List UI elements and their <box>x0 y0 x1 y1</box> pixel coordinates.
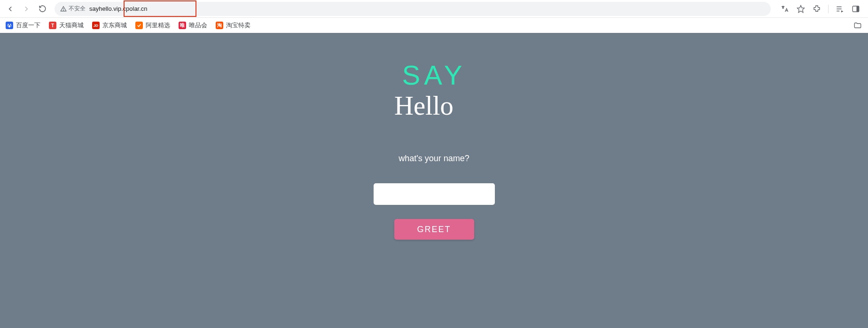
bookmark-tmall[interactable]: T 天猫商城 <box>49 22 84 30</box>
bookmark-vip[interactable]: 唯 唯品会 <box>179 22 207 30</box>
title-hello: Hello <box>394 89 474 125</box>
bookmark-label: 京东商城 <box>102 22 127 30</box>
greet-button[interactable]: GREET <box>394 219 474 240</box>
address-bar[interactable]: 不安全 sayhello.vip.cpolar.cn <box>55 2 771 16</box>
svg-point-12 <box>11 25 12 26</box>
name-prompt: what's your name? <box>399 154 469 164</box>
toolbar-separator <box>828 5 829 13</box>
security-label: 不安全 <box>69 5 86 13</box>
check-icon <box>135 22 143 29</box>
bookmark-taobao[interactable]: 淘 淘宝特卖 <box>216 22 250 30</box>
bookmark-ali[interactable]: 阿里精选 <box>135 22 170 30</box>
page-content: SAY Hello what's your name? GREET <box>0 33 868 328</box>
extensions-icon[interactable] <box>811 3 822 15</box>
svg-point-13 <box>8 25 10 28</box>
letter-tao-icon: 淘 <box>216 22 223 29</box>
svg-rect-8 <box>857 6 859 12</box>
letter-t-icon: T <box>49 22 56 29</box>
name-input[interactable] <box>374 183 495 205</box>
forward-button[interactable] <box>20 2 33 16</box>
svg-marker-6 <box>841 10 844 13</box>
toolbar-right <box>776 3 864 15</box>
back-button[interactable] <box>4 2 17 16</box>
svg-point-11 <box>8 25 8 26</box>
svg-point-10 <box>10 24 11 25</box>
playlist-icon[interactable] <box>834 3 845 15</box>
bookmark-label: 淘宝特卖 <box>226 22 250 30</box>
bookmark-label: 天猫商城 <box>59 22 84 30</box>
svg-point-1 <box>63 10 64 10</box>
bookmark-label: 阿里精选 <box>146 22 170 30</box>
reload-button[interactable] <box>36 2 49 16</box>
svg-point-9 <box>8 24 9 25</box>
letter-wei-icon: 唯 <box>179 22 186 29</box>
bookmark-jd[interactable]: JD 京东商城 <box>92 22 127 30</box>
letter-jd-icon: JD <box>92 22 100 29</box>
star-icon[interactable] <box>795 3 806 15</box>
sidepanel-icon[interactable] <box>850 3 861 15</box>
title-say: SAY <box>402 59 466 91</box>
bookmark-label: 百度一下 <box>16 22 40 30</box>
bookmark-label: 唯品会 <box>189 22 207 30</box>
paw-icon <box>6 22 13 29</box>
bookmarks-bar: 百度一下 T 天猫商城 JD 京东商城 阿里精选 唯 唯品会 淘 淘宝特卖 <box>0 18 868 33</box>
svg-marker-2 <box>798 5 805 12</box>
all-bookmarks-icon[interactable] <box>853 21 862 30</box>
bookmark-baidu[interactable]: 百度一下 <box>6 22 40 30</box>
security-badge: 不安全 <box>60 5 86 13</box>
translate-icon[interactable] <box>779 3 790 15</box>
url-text: sayhello.vip.cpolar.cn <box>89 5 148 12</box>
hello-script-text: Hello <box>394 91 454 120</box>
browser-toolbar: 不安全 sayhello.vip.cpolar.cn <box>0 0 868 18</box>
